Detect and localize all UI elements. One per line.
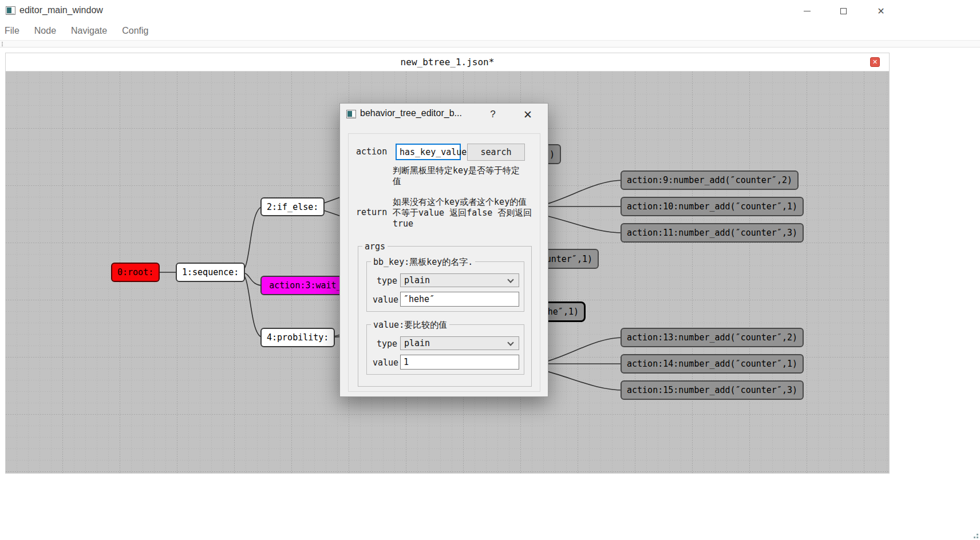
bb-key-type-select[interactable]: plain	[400, 273, 519, 287]
dialog-content-frame: action has_key_value search 判断黑板里特定key是否…	[348, 133, 540, 392]
resize-grip[interactable]	[971, 531, 978, 538]
window-title: editor_main_window	[19, 5, 103, 15]
tabbar: new_btree_1.json* ✕	[6, 53, 889, 72]
dialog-close-button[interactable]: ✕	[520, 106, 536, 122]
node-action-15[interactable]: action:15:number_add(″counter″,3)	[621, 380, 804, 400]
dialog-title: behavior_tree_editor_b...	[360, 108, 462, 118]
window-titlebar: editor_main_window ✕	[0, 0, 980, 22]
value-legend: value:要比较的值	[371, 320, 449, 331]
node-sequence[interactable]: 1:sequence:	[176, 263, 245, 282]
node-action-11[interactable]: action:11:number_add(″counter″,3)	[621, 223, 804, 243]
return-description: 如果没有这个key或者这个key的值不等于value 返回false 否则返回 …	[393, 197, 534, 229]
minimize-button[interactable]	[799, 3, 816, 18]
value-value-label: value	[373, 358, 398, 368]
dialog-icon	[346, 110, 356, 118]
dialog-titlebar[interactable]: behavior_tree_editor_b... ? ✕	[340, 104, 548, 125]
bb-key-legend: bb_key:黑板key的名字.	[371, 257, 475, 268]
tab-close-button[interactable]: ✕	[870, 57, 880, 67]
node-probility[interactable]: 4:probility:	[260, 328, 335, 347]
close-button[interactable]: ✕	[872, 3, 890, 18]
menu-navigate[interactable]: Navigate	[71, 23, 107, 38]
bb-key-type-label: type	[377, 276, 397, 286]
app-icon	[6, 6, 15, 15]
node-if-else[interactable]: 2:if_else:	[260, 197, 325, 216]
menu-config[interactable]: Config	[122, 23, 148, 38]
chevron-down-icon	[507, 276, 513, 283]
menu-node[interactable]: Node	[34, 23, 56, 38]
menu-file[interactable]: File	[5, 23, 19, 38]
node-action-10[interactable]: action:10:number_add(″counter″,1)	[621, 197, 804, 216]
node-action-14[interactable]: action:14:number_add(″counter″,1)	[621, 354, 804, 374]
chevron-down-icon	[507, 339, 513, 346]
value-groupbox: value:要比较的值 type plain value 1	[366, 324, 524, 375]
bb-key-groupbox: bb_key:黑板key的名字. type plain value ″hehe″	[366, 261, 524, 312]
value-type-label: type	[377, 339, 397, 349]
maximize-button[interactable]	[835, 3, 852, 18]
toolbar-handle[interactable]	[2, 42, 3, 46]
dialog-help-button[interactable]: ?	[485, 107, 500, 122]
value-type-value: plain	[404, 338, 430, 348]
action-label: action	[356, 146, 387, 157]
bb-key-type-value: plain	[404, 275, 430, 285]
args-legend: args	[362, 241, 388, 252]
search-button[interactable]: search	[467, 144, 525, 161]
menubar: File Node Navigate Config	[0, 22, 980, 40]
return-label: return	[356, 207, 387, 217]
bb-key-value-label: value	[373, 295, 398, 305]
node-action-13[interactable]: action:13:number_add(″counter″,2)	[621, 328, 804, 347]
node-action-9[interactable]: action:9:number_add(″counter″,2)	[621, 170, 799, 190]
value-value-input[interactable]: 1	[400, 355, 519, 370]
toolbar-strip	[0, 40, 980, 47]
value-type-select[interactable]: plain	[400, 336, 519, 350]
action-name-input[interactable]: has_key_value	[396, 144, 461, 160]
action-description: 判断黑板里特定key是否等于特定值	[393, 165, 528, 187]
node-config-dialog: behavior_tree_editor_b... ? ✕ action has…	[339, 103, 548, 397]
args-groupbox: args bb_key:黑板key的名字. type plain value ″…	[358, 246, 532, 387]
tab-new-btree[interactable]: new_btree_1.json*	[6, 57, 889, 68]
node-root[interactable]: 0:root:	[111, 263, 160, 282]
bb-key-value-input[interactable]: ″hehe″	[400, 292, 519, 307]
